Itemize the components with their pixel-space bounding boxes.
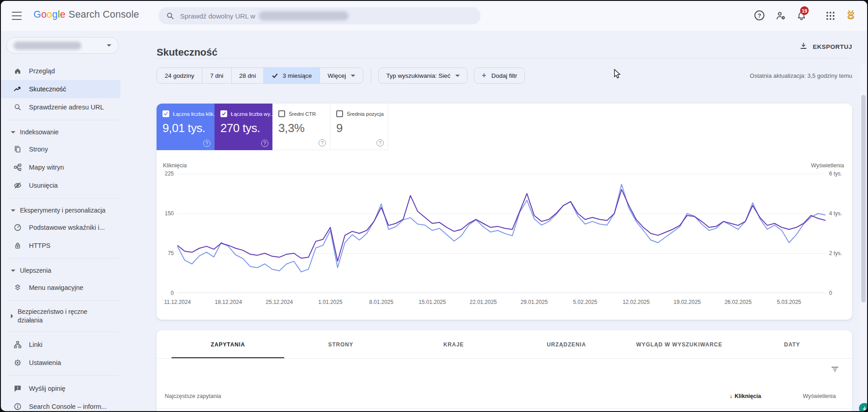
sidebar-divider: [7, 258, 119, 259]
y-axis-tick-right: 6 tys.: [829, 170, 842, 177]
tab-kraje[interactable]: KRAJE: [397, 330, 510, 359]
unchecked-checkbox[interactable]: [278, 110, 285, 117]
profile-avatar[interactable]: [843, 8, 858, 24]
x-axis-tick: 5.03.2025: [769, 299, 810, 305]
property-selector[interactable]: [6, 37, 119, 54]
time-range-wiecej[interactable]: Więcej: [320, 68, 363, 83]
corner-widget-badge[interactable]: [859, 403, 867, 411]
y-left-axis-title: Kliknięcia: [163, 162, 187, 169]
sidebar-item-strony[interactable]: Strony: [1, 140, 120, 158]
table-header-clicks-sort[interactable]: ↓ Kliknięcia: [730, 393, 761, 399]
metric-card-average-position[interactable]: Średnia pozycja9?: [330, 104, 388, 150]
google-logo-letter: g: [52, 9, 57, 20]
x-axis-tick: 12.02.2025: [616, 299, 657, 305]
tab-wyglad-w-wyszukiwarce[interactable]: WYGLĄD W WYSZUKIWARCE: [623, 330, 735, 359]
app-logo-text: Search Console: [69, 9, 139, 20]
date-range-control: 24 godziny7 dni28 dni3 miesiąceWięcej: [157, 67, 363, 84]
google-logo: Google: [33, 9, 66, 20]
time-range-label: 28 dni: [239, 72, 256, 79]
google-logo-letter: o: [47, 9, 52, 20]
scrollbar-thumb[interactable]: [861, 95, 866, 303]
search-placeholder: Sprawdź dowolny URL w: [180, 12, 255, 20]
home-icon: [14, 67, 22, 75]
sidebar-item-sprawdzenie-adresu-url[interactable]: Sprawdzenie adresu URL: [1, 98, 120, 116]
pages-icon: [14, 145, 22, 153]
sidebar-item-mapy-witryn[interactable]: Mapy witryn: [1, 158, 120, 176]
sidebar-item-https[interactable]: HTTPS: [1, 237, 120, 255]
time-range-28-dni[interactable]: 28 dni: [231, 68, 264, 83]
y-axis-tick-right: 4 tys.: [829, 210, 842, 217]
metric-card-average-ctr[interactable]: Średni CTR3,3%?: [272, 104, 330, 150]
checked-checkbox[interactable]: [220, 110, 227, 117]
sidebar-item-ustawienia[interactable]: Ustawienia: [1, 354, 120, 372]
x-axis-tick: 19.02.2025: [667, 299, 707, 305]
sidebar-divider: [7, 198, 119, 199]
sidebar-item-wyslij-opinie[interactable]: Wyślij opinię: [1, 379, 120, 398]
help-icon[interactable]: ?: [319, 139, 326, 147]
sidebar-item-label: Usunięcia: [29, 182, 58, 189]
tab-urzadzenia[interactable]: URZĄDZENIA: [510, 330, 623, 359]
trend-icon: [14, 85, 22, 93]
url-inspect-search-input[interactable]: Sprawdź dowolny URL w: [158, 7, 481, 24]
sidebar-item-usuniecia[interactable]: Usunięcia: [1, 176, 120, 194]
performance-chart: [177, 174, 825, 293]
sidebar-item-podstawowe-wskazniki-i[interactable]: Podstawowe wskaźniki i...: [1, 218, 120, 237]
apps-grid-icon[interactable]: [825, 10, 836, 21]
section-label: Bezpieczeństwo i ręczne działania: [18, 308, 106, 325]
tab-label: STRONY: [328, 341, 353, 348]
x-axis-tick: 5.02.2025: [565, 299, 606, 305]
caret-down-icon: [11, 131, 15, 133]
y-axis-tick-right: 2 tys.: [829, 250, 842, 256]
sidebar-item-search-console-inform[interactable]: Search Console – inform...: [1, 398, 120, 411]
tab-strony[interactable]: STRONY: [284, 330, 397, 359]
metric-card-label: Łączna liczba klik...: [173, 111, 215, 117]
tab-daty[interactable]: DATY: [736, 330, 849, 359]
help-icon[interactable]: ?: [377, 139, 384, 147]
metric-card-value: 9,01 tys.: [162, 121, 215, 135]
metric-card-header: Średni CTR: [278, 110, 330, 117]
sidebar-item-przeglad[interactable]: Przegląd: [1, 62, 120, 80]
table-header-impressions[interactable]: Wyświetlenia: [803, 393, 836, 399]
sidebar-item-menu-nawigacyjne[interactable]: Menu nawigacyjne: [1, 279, 120, 297]
help-icon[interactable]: ?: [261, 140, 268, 147]
export-button[interactable]: EKSPORTUJ: [799, 42, 852, 52]
topbar: Google Search Console Sprawdź dowolny UR…: [1, 1, 867, 31]
search-type-label: Typ wyszukiwania: Sieć: [386, 72, 450, 79]
help-icon[interactable]: ?: [754, 10, 765, 21]
unchecked-checkbox[interactable]: [336, 110, 343, 117]
help-icon[interactable]: ?: [203, 140, 210, 147]
checked-checkbox[interactable]: [162, 110, 169, 117]
time-range-24-godziny[interactable]: 24 godziny: [157, 68, 202, 83]
y-right-axis-title: Wyświetlenia: [811, 162, 844, 169]
time-range-7-dni[interactable]: 7 dni: [202, 68, 231, 83]
tab-label: DATY: [784, 341, 800, 348]
sidebar-section-ulepszenia[interactable]: Ulepszenia: [1, 262, 120, 279]
sidebar-section-eksperymenty-i-personalizacja[interactable]: Eksperymenty i personalizacja: [1, 202, 120, 218]
metric-card-total-impressions[interactable]: Łączna liczba wy...270 tys.?: [215, 104, 272, 150]
sidebar-item-label: Sprawdzenie adresu URL: [29, 104, 104, 111]
sidebar-section-bezpieczenstwo-i-reczne-dzialania[interactable]: Bezpieczeństwo i ręczne działania: [1, 304, 120, 328]
manage-users-icon[interactable]: [775, 10, 786, 21]
sidebar-item-label: Ustawienia: [29, 359, 61, 366]
add-filter-chip[interactable]: + Dodaj filtr: [474, 67, 525, 84]
menu-icon[interactable]: [12, 12, 22, 20]
metric-card-total-clicks[interactable]: Łączna liczba klik...9,01 tys.?: [157, 104, 215, 150]
dimensions-table-card: ZAPYTANIASTRONYKRAJEURZĄDZENIAWYGLĄD W W…: [157, 330, 852, 411]
tab-zapytania[interactable]: ZAPYTANIA: [172, 330, 284, 359]
download-icon: [799, 42, 808, 52]
filter-separator: [371, 68, 371, 83]
sidebar-item-label: Podstawowe wskaźniki i...: [29, 224, 105, 231]
sidebar: PrzeglądSkutecznośćSprawdzenie adresu UR…: [1, 31, 120, 411]
chevron-down-icon: [107, 44, 111, 47]
search-type-chip[interactable]: Typ wyszukiwania: Sieć: [378, 67, 467, 84]
sidebar-section-indeksowanie[interactable]: Indeksowanie: [1, 124, 120, 140]
y-axis-tick-left: 225: [157, 170, 174, 177]
metric-card-label: Średni CTR: [289, 111, 316, 117]
time-range-3-miesiace[interactable]: 3 miesiące: [263, 68, 320, 83]
notifications-bell-icon[interactable]: 19: [796, 10, 807, 21]
filter-bar: 24 godziny7 dni28 dni3 miesiąceWięcej Ty…: [157, 67, 852, 84]
sidebar-item-skutecznosc[interactable]: Skuteczność: [1, 80, 120, 98]
filter-list-icon[interactable]: [830, 365, 839, 374]
section-label: Indeksowanie: [20, 128, 59, 136]
sidebar-item-linki[interactable]: Linki: [1, 336, 120, 354]
